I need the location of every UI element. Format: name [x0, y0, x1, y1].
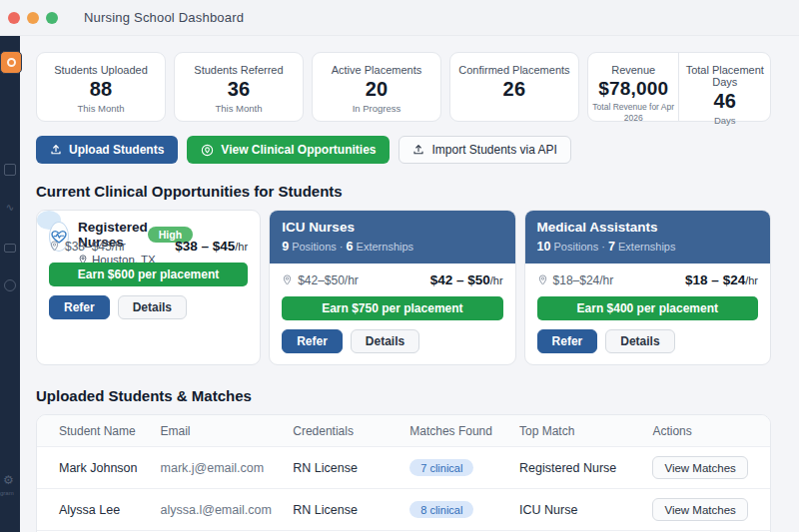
matches-badge: 8 clinical [409, 501, 473, 518]
stat-label: Revenue [592, 64, 675, 76]
window-titlebar: Nursing School Dashboard [0, 0, 799, 36]
close-window-icon[interactable] [8, 12, 20, 24]
circle-icon[interactable] [4, 279, 16, 291]
import-students-api-label: Import Students via API [431, 143, 556, 157]
upload-students-label: Upload Students [69, 143, 164, 157]
minimize-window-icon[interactable] [27, 12, 39, 24]
col-student-name: Student Name [37, 415, 151, 447]
stat-value: 20 [319, 78, 434, 101]
col-credentials: Credentials [283, 415, 400, 447]
opportunity-card-registered-nurses: Registered Nurses High Houston, TX $38–$… [36, 210, 261, 365]
rate-range: $18–$24/hr [553, 273, 614, 287]
student-credentials: RN License [283, 489, 400, 531]
stat-students-uploaded: Students Uploaded 88 This Month [36, 52, 166, 122]
card-header: ICU Nurses 9 Positions · 6 Externships [270, 211, 514, 264]
positions-externships: 9 Positions · 6 Externships [282, 240, 502, 254]
stat-total-placement-days: Total Placement Days 46 Days [678, 53, 770, 121]
rate-row: $42–$50/hr $42 – $50/hr [282, 272, 502, 287]
stat-value: 88 [43, 78, 159, 101]
opportunity-card-icu-nurses: ICU Nurses 9 Positions · 6 Externships $… [269, 210, 515, 365]
gear-icon[interactable]: ⚙ [3, 473, 14, 487]
card-body: $38–$45/hr $38 – $45/hr Earn $600 per pl… [37, 230, 260, 330]
stat-label: Students Referred [181, 64, 297, 76]
view-clinical-opportunities-button[interactable]: View Clinical Opportunities [187, 136, 390, 164]
card-body: $42–$50/hr $42 – $50/hr Earn $750 per pl… [270, 264, 514, 364]
matches-cell: 7 clinical [400, 447, 509, 489]
earn-placement-button[interactable]: Earn $400 per placement [537, 296, 758, 320]
table-row: Mark Johnson mark.j@email.com RN License… [37, 447, 770, 489]
col-email: Email [151, 415, 284, 447]
stat-label: Active Placements [319, 64, 434, 76]
table-row: Alyssa Lee alyssa.l@email.com RN License… [37, 489, 770, 531]
import-students-api-button[interactable]: Import Students via API [399, 136, 570, 164]
stat-label: Total Placement Days [683, 64, 766, 88]
sidebar-bottom-label: gram [0, 490, 20, 496]
card-body: $18–$24/hr $18 – $24/hr Earn $400 per pl… [525, 264, 770, 364]
location-pin-icon [282, 274, 293, 285]
stat-active-placements: Active Placements 20 In Progress [312, 52, 441, 122]
maximize-window-icon[interactable] [46, 12, 58, 24]
card-buttons-row: Refer Details [282, 329, 502, 353]
details-button[interactable]: Details [351, 329, 419, 353]
col-actions: Actions [642, 415, 770, 447]
import-icon [412, 144, 424, 156]
rate-range: $42–$50/hr [298, 273, 359, 287]
view-clinical-opportunities-label: View Clinical Opportunities [221, 143, 376, 157]
location-pin-icon [49, 241, 60, 252]
rate-row: $18–$24/hr $18 – $24/hr [537, 272, 758, 287]
stat-label: Students Uploaded [43, 64, 159, 76]
student-name: Alyssa Lee [37, 489, 151, 531]
students-section-title: Uploaded Students & Matches [36, 387, 771, 404]
view-matches-button[interactable]: View Matches [652, 498, 747, 521]
details-button[interactable]: Details [605, 329, 674, 353]
refer-button[interactable]: Refer [537, 329, 598, 353]
refer-button[interactable]: Refer [49, 295, 110, 319]
dashboard-main: Students Uploaded 88 This Month Students… [20, 36, 799, 532]
wave-icon[interactable]: ∿ [4, 202, 16, 214]
stat-sub: This Month [43, 103, 159, 115]
opportunity-title: ICU Nurses [282, 220, 502, 235]
earn-placement-button[interactable]: Earn $600 per placement [49, 263, 248, 286]
rate-range-bold: $18 – $24/hr [685, 272, 758, 287]
stat-sub: Days [683, 115, 766, 127]
card-buttons-row: Refer Details [537, 329, 758, 353]
location-pin-icon [537, 274, 548, 285]
stat-value: $78,000 [592, 78, 675, 100]
stat-sub: This Month [181, 103, 297, 115]
rate-range-bold: $38 – $45/hr [175, 239, 248, 254]
stat-sub: Total Revenue for Apr 2026 [592, 102, 675, 123]
stat-confirmed-placements: Confirmed Placements 26 [449, 52, 579, 122]
top-match: Registered Nurse [509, 447, 642, 489]
details-button[interactable]: Details [118, 295, 187, 319]
rate-row: $38–$45/hr $38 – $45/hr [49, 239, 248, 254]
upload-icon [50, 144, 62, 156]
map-pin-circle-icon [201, 144, 214, 157]
earn-placement-button[interactable]: Earn $750 per placement [282, 296, 502, 320]
refer-button[interactable]: Refer [282, 329, 343, 353]
stat-revenue-days-card: Revenue $78,000 Total Revenue for Apr 20… [587, 52, 771, 122]
rate-range: $38–$45/hr [65, 240, 126, 254]
matches-cell: 8 clinical [400, 489, 509, 531]
opportunities-section-title: Current Clinical Opportunities for Stude… [36, 183, 771, 200]
student-email: alyssa.l@email.com [151, 489, 284, 531]
stat-label: Confirmed Placements [456, 64, 572, 76]
table-header-row: Student Name Email Credentials Matches F… [37, 415, 770, 447]
card-icon[interactable] [4, 244, 16, 253]
student-credentials: RN License [283, 447, 400, 489]
stat-sub: In Progress [319, 103, 434, 115]
col-matches-found: Matches Found [400, 415, 509, 447]
stat-students-referred: Students Referred 36 This Month [174, 52, 304, 122]
opportunity-card-medical-assistants: Medical Assistants 10 Positions · 7 Exte… [524, 210, 771, 365]
active-app-icon[interactable] [0, 51, 22, 74]
traffic-lights [8, 12, 58, 24]
view-matches-button[interactable]: View Matches [652, 456, 747, 479]
rate-range-bold: $42 – $50/hr [430, 272, 503, 287]
upload-students-button[interactable]: Upload Students [36, 136, 178, 164]
card-header: Medical Assistants 10 Positions · 7 Exte… [525, 211, 770, 264]
top-match: ICU Nurse [509, 489, 642, 531]
grid-icon[interactable] [4, 164, 16, 176]
stats-row: Students Uploaded 88 This Month Students… [36, 52, 771, 122]
stat-value: 26 [456, 78, 572, 101]
card-header: Registered Nurses High Houston, TX [37, 211, 61, 230]
stat-value: 36 [181, 78, 297, 101]
